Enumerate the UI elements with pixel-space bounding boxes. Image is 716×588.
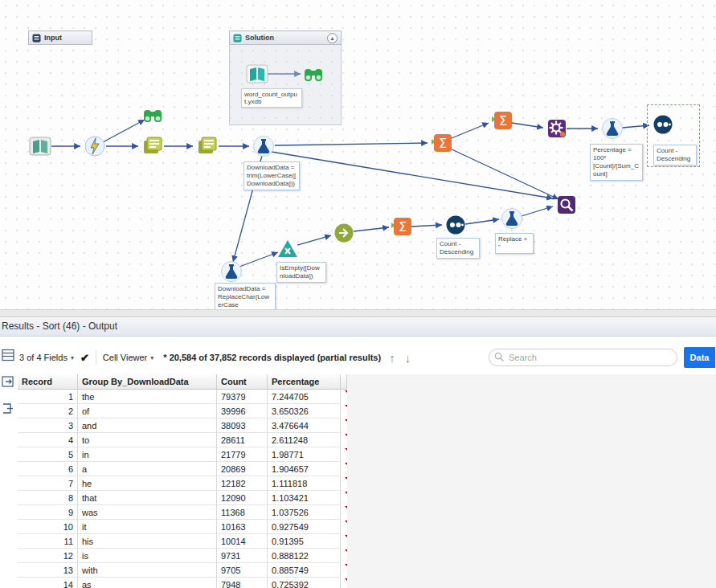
- truncated-flag-cell: [341, 433, 347, 447]
- tool-summarize-1[interactable]: Σ: [431, 132, 453, 154]
- table-row[interactable]: 2of399963.650326: [18, 404, 347, 419]
- search-input[interactable]: [489, 349, 677, 366]
- tool-formula-replace[interactable]: [501, 207, 523, 230]
- tool-sort-lower[interactable]: [444, 214, 467, 236]
- percentage-cell: 1.111818: [268, 476, 341, 491]
- dock-panel-icon[interactable]: [2, 402, 15, 415]
- workflow-canvas[interactable]: Input Solution ▴ word_count_output.yxdb: [0, 0, 716, 309]
- annotation-formula-replace: Replace = ": [495, 233, 534, 254]
- tool-formula-percentage[interactable]: [601, 117, 624, 140]
- arrow-up-icon[interactable]: ↑: [387, 352, 397, 364]
- truncated-flag-icon: [345, 564, 347, 571]
- arrow-down-icon[interactable]: ↓: [403, 352, 413, 364]
- annotation-sort-top: Count - Descending: [653, 145, 697, 165]
- chevron-down-icon: ▾: [71, 354, 74, 361]
- book-icon: [246, 63, 268, 85]
- fields-dropdown[interactable]: 3 of 4 Fields ▾: [19, 353, 74, 362]
- table-row[interactable]: 9was113681.037526: [18, 505, 347, 520]
- table-row[interactable]: 1the793797.244705: [18, 390, 347, 404]
- record-cell: 5: [18, 447, 78, 462]
- search-icon: [494, 352, 505, 362]
- book-icon: [29, 135, 51, 157]
- flask-icon: [601, 117, 624, 140]
- truncated-flag-icon: [345, 578, 347, 586]
- count-cell: 39996: [217, 404, 268, 419]
- tool-append-gear[interactable]: [546, 117, 568, 140]
- percentage-cell: 1.037526: [268, 505, 341, 520]
- truncated-flag-cell: [341, 447, 347, 462]
- grid-view-icon[interactable]: [2, 349, 15, 362]
- table-row[interactable]: 14as79480.725392: [18, 578, 347, 588]
- sort-dots-icon: [444, 214, 467, 236]
- sheets-icon: [141, 135, 164, 157]
- flask-icon: [220, 260, 243, 283]
- table-row[interactable]: 12is97310.888122: [18, 549, 347, 563]
- record-cell: 2: [18, 404, 78, 419]
- table-row[interactable]: 5in217791.98771: [18, 447, 347, 462]
- truncated-flag-icon: [345, 434, 347, 441]
- header-record[interactable]: Record: [18, 374, 78, 390]
- sheets-icon: [196, 135, 219, 157]
- tool-sort-selected[interactable]: [652, 113, 674, 136]
- tool-text-columns-1[interactable]: [141, 135, 164, 157]
- table-row[interactable]: 3and380933.476644: [18, 419, 347, 433]
- truncated-flag-cell: [341, 505, 347, 520]
- table-row[interactable]: 6a208691.904657: [18, 462, 347, 476]
- percentage-cell: 3.476644: [268, 419, 341, 433]
- flask-icon: [501, 207, 523, 230]
- tool-summarize-2[interactable]: Σ: [491, 109, 513, 132]
- tool-browse-top[interactable]: [141, 104, 164, 126]
- word-cell: he: [78, 476, 217, 491]
- checkmark-icon[interactable]: ✔: [80, 352, 89, 364]
- record-cell: 6: [18, 462, 78, 476]
- record-cell: 13: [18, 563, 78, 578]
- binoculars-icon: [302, 63, 325, 85]
- tool-formula-trim[interactable]: [252, 135, 275, 157]
- solution-container-header[interactable]: Solution ▴: [229, 31, 342, 45]
- table-row[interactable]: 8that120901.103421: [18, 491, 347, 505]
- table-row[interactable]: 10it101630.927549: [18, 520, 347, 534]
- tool-text-columns-2[interactable]: [196, 135, 219, 157]
- tool-output-book[interactable]: [246, 63, 268, 85]
- svg-text:Σ: Σ: [499, 113, 507, 129]
- table-row[interactable]: 11his100140.91395: [18, 534, 347, 549]
- records-status: * 20,584 of 37,852 records displayed (pa…: [163, 353, 381, 362]
- header-flag: [341, 374, 347, 390]
- popout-panel-icon[interactable]: [2, 375, 15, 389]
- panel-splitter[interactable]: [0, 309, 716, 317]
- collapse-container-button[interactable]: ▴: [327, 33, 338, 43]
- tool-formula-replacechar[interactable]: [220, 260, 243, 283]
- cell-viewer-dropdown[interactable]: Cell Viewer ▾: [103, 353, 153, 362]
- input-container-header[interactable]: Input: [28, 31, 92, 45]
- truncated-flag-icon: [345, 477, 347, 484]
- table-row[interactable]: 4to286112.611248: [18, 433, 347, 447]
- record-cell: 9: [18, 505, 78, 520]
- truncated-flag-cell: [341, 462, 347, 476]
- table-row[interactable]: 13with97050.885749: [18, 563, 347, 578]
- tool-summarize-3[interactable]: Σ: [391, 215, 413, 238]
- table-row[interactable]: 7he121821.111818: [18, 476, 347, 491]
- data-toggle-button[interactable]: Data: [684, 347, 715, 368]
- word-cell: is: [78, 549, 217, 563]
- results-panel-title: Results - Sort (46) - Output: [0, 317, 716, 337]
- truncated-flag-icon: [345, 506, 347, 513]
- count-cell: 9705: [217, 563, 268, 578]
- svg-text:Σ: Σ: [399, 219, 407, 235]
- tool-lightning[interactable]: [84, 135, 106, 157]
- search-box[interactable]: [489, 349, 677, 366]
- tool-filter-isempty[interactable]: [276, 238, 299, 260]
- header-percentage[interactable]: Percentage: [268, 374, 341, 390]
- tool-find-replace[interactable]: [555, 194, 578, 216]
- tool-unique[interactable]: [333, 222, 355, 244]
- record-cell: 10: [18, 520, 78, 534]
- tool-browse-solution[interactable]: [302, 63, 325, 85]
- header-group-by[interactable]: Group By_DownloadData: [78, 374, 217, 390]
- header-count[interactable]: Count: [217, 374, 268, 390]
- count-cell: 12182: [217, 476, 268, 491]
- tool-input-data[interactable]: [29, 135, 51, 157]
- record-cell: 12: [18, 549, 78, 563]
- record-cell: 7: [18, 476, 78, 491]
- record-cell: 1: [18, 390, 78, 404]
- count-cell: 10163: [217, 520, 268, 534]
- truncated-flag-icon: [345, 535, 347, 542]
